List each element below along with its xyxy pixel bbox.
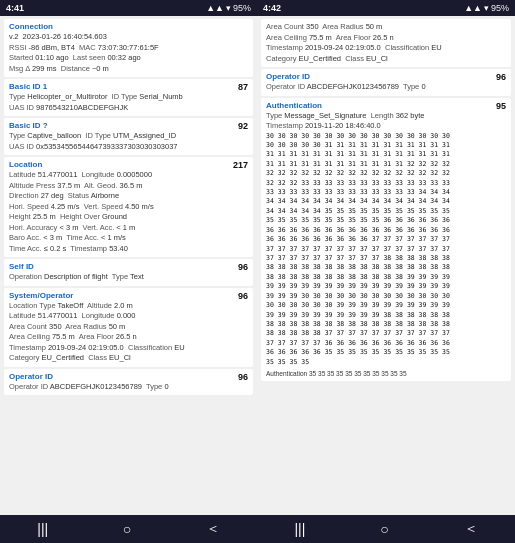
left-phone: 4:41 ▲▲ ▾ 95% Connection v.2 2023-01-26 … — [0, 0, 257, 543]
connection-row-1: v.2 2023-01-26 16:40:54.603 — [9, 32, 248, 43]
connection-row-2: RSSI -86 dBm, BT4 MAC 73:07:30:77:61:5F — [9, 43, 248, 54]
operator-id-left-section: 96 Operator ID Operator ID ABCDEFGHJK012… — [4, 369, 253, 396]
authentication-section: 95 Authentication Type Message_Set_Signa… — [261, 98, 511, 382]
system-operator-section: 96 System/Operator Location Type TakeOff… — [4, 288, 253, 367]
authentication-count: 95 — [496, 101, 506, 111]
connection-title: Connection — [9, 22, 248, 31]
operator-id-right-section: 96 Operator ID Operator ID ABCDEFGHJK012… — [261, 69, 511, 96]
connection-row-3: Started 01:10 ago Last seen 00:32 ago — [9, 53, 248, 64]
self-id-section: 96 Self ID Operation Description of flig… — [4, 259, 253, 286]
connection-section: Connection v.2 2023-01-26 16:40:54.603 R… — [4, 19, 253, 77]
basic-id-1-row-1: Type Helicopter_or_Multirotor ID Type Se… — [9, 92, 248, 103]
right-content[interactable]: Area Count 350 Area Radius 50 m Area Cei… — [257, 16, 515, 515]
wifi-icon: ▾ — [226, 3, 231, 13]
right-top-section: Area Count 350 Area Radius 50 m Area Cei… — [261, 19, 511, 67]
left-status-bar: 4:41 ▲▲ ▾ 95% — [0, 0, 257, 16]
left-content[interactable]: Connection v.2 2023-01-26 16:40:54.603 R… — [0, 16, 257, 515]
system-operator-count: 96 — [238, 291, 248, 301]
system-operator-title: System/Operator — [9, 291, 248, 300]
auth-mono-data: 30 30 30 30 30 30 30 30 30 30 30 30 30 3… — [266, 132, 506, 368]
operator-id-left-title: Operator ID — [9, 372, 248, 381]
right-phone: 4:42 ▲▲ ▾ 95% Area Count 350 Area Radius… — [257, 0, 515, 543]
right-nav-menu[interactable]: ||| — [284, 517, 315, 541]
signal-icon: ▲▲ — [206, 3, 224, 13]
operator-id-right-title: Operator ID — [266, 72, 506, 81]
location-section: 217 Location Latitude 51.4770011 Longitu… — [4, 157, 253, 257]
basic-id-1-count: 87 — [238, 82, 248, 92]
right-nav-home[interactable]: ○ — [370, 517, 398, 541]
right-time: 4:42 — [263, 3, 281, 13]
left-time: 4:41 — [6, 3, 24, 13]
operator-id-left-count: 96 — [238, 372, 248, 382]
operator-id-right-count: 96 — [496, 72, 506, 82]
basic-id-1-row-2: UAS ID 9876543210ABCDEFGHJK — [9, 103, 248, 114]
self-id-title: Self ID — [9, 262, 248, 271]
battery-icon: 95% — [233, 3, 251, 13]
basic-id-1-section: 87 Basic ID 1 Type Helicopter_or_Multiro… — [4, 79, 253, 116]
right-nav-back[interactable]: ＜ — [454, 516, 488, 542]
right-wifi-icon: ▾ — [484, 3, 489, 13]
auth-footer: Authentication 35 35 35 35 35 35 35 35 3… — [266, 369, 407, 378]
location-count: 217 — [233, 160, 248, 170]
right-signal-icon: ▲▲ — [464, 3, 482, 13]
basic-id-q-row-1: Type Captive_balloon ID Type UTM_Assigne… — [9, 131, 248, 142]
basic-id-q-title: Basic ID ? — [9, 121, 248, 130]
left-nav-menu[interactable]: ||| — [27, 517, 58, 541]
authentication-title: Authentication — [266, 101, 506, 110]
basic-id-q-section: 92 Basic ID ? Type Captive_balloon ID Ty… — [4, 118, 253, 155]
left-status-icons: ▲▲ ▾ 95% — [206, 3, 251, 13]
basic-id-q-count: 92 — [238, 121, 248, 131]
left-bottom-nav: ||| ○ ＜ — [0, 515, 257, 543]
right-status-bar: 4:42 ▲▲ ▾ 95% — [257, 0, 515, 16]
right-battery-icon: 95% — [491, 3, 509, 13]
self-id-count: 96 — [238, 262, 248, 272]
location-title: Location — [9, 160, 248, 169]
left-nav-home[interactable]: ○ — [113, 517, 141, 541]
left-nav-back[interactable]: ＜ — [196, 516, 230, 542]
connection-row-4: Msg Δ 299 ms Distance ~0 m — [9, 64, 248, 75]
right-status-icons: ▲▲ ▾ 95% — [464, 3, 509, 13]
basic-id-1-title: Basic ID 1 — [9, 82, 248, 91]
basic-id-q-row-2: UAS ID 0x5353455654464739333730303030303… — [9, 142, 248, 153]
right-bottom-nav: ||| ○ ＜ — [257, 515, 515, 543]
